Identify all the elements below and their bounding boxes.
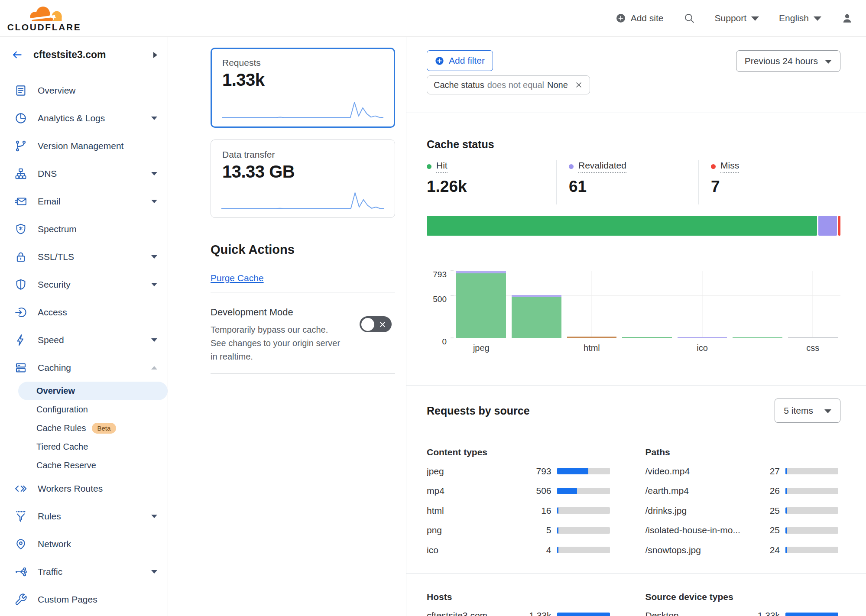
- dev-mode-toggle[interactable]: [360, 316, 392, 332]
- chart-bar: [622, 337, 672, 338]
- pie-chart-icon: [14, 112, 27, 125]
- add-filter-button[interactable]: Add filter: [427, 50, 493, 71]
- beta-badge: Beta: [92, 423, 117, 434]
- usage-row-value: 1.33k: [520, 610, 551, 616]
- sidebar-subitem-configuration[interactable]: Configuration: [18, 400, 168, 419]
- stat-value: 61: [569, 178, 698, 196]
- search-icon[interactable]: [684, 13, 695, 24]
- plus-circle-icon: [616, 13, 626, 23]
- usage-row-bar: [785, 507, 838, 514]
- usage-row: /drinks.jpg 25: [645, 501, 839, 521]
- close-icon[interactable]: [574, 81, 583, 89]
- chart-plot: [454, 271, 840, 338]
- data-transfer-metric-card[interactable]: Data transfer 13.33 GB: [211, 139, 395, 218]
- chevron-down-icon: [151, 172, 157, 175]
- add-site-label: Add site: [631, 13, 664, 23]
- cache-status-stats: Hit 1.26k Revalidated 61 Miss: [427, 160, 840, 204]
- usage-row-label: /drinks.jpg: [645, 506, 749, 516]
- sidebar-item-label: DNS: [38, 169, 141, 179]
- group-title: Content types: [427, 447, 610, 457]
- language-label: English: [779, 13, 809, 23]
- server-stack-icon: [14, 361, 27, 374]
- sidebar-item-traffic[interactable]: Traffic: [0, 558, 168, 586]
- sidebar-item-label: Workers Routes: [38, 483, 157, 494]
- chart-x-axis: jpeghtmlicocss: [454, 343, 840, 355]
- usage-row: cftestsite3.com 1.33k: [427, 606, 610, 616]
- chart-bar-segment: [788, 337, 838, 338]
- filter-chip[interactable]: Cache status does not equal None: [427, 75, 590, 94]
- usage-row-value: 506: [520, 486, 551, 496]
- chart-bar: [567, 337, 617, 338]
- usage-row: /isolated-house-in-mo... 25: [645, 521, 839, 541]
- analytics-panel: Add filter Previous 24 hours Cache statu…: [406, 37, 866, 616]
- usage-row-bar-fill: [785, 488, 787, 494]
- site-header: cftestsite3.com: [0, 37, 168, 73]
- language-menu[interactable]: English: [779, 13, 821, 23]
- top-header: CLOUDFLARE Add site Support English: [0, 0, 866, 37]
- sidebar-item-spectrum[interactable]: Spectrum: [0, 215, 168, 243]
- chevron-down-icon: [814, 16, 821, 21]
- usage-row-label: /isolated-house-in-mo...: [645, 525, 749, 535]
- lock-icon: [14, 250, 27, 263]
- source-device-types-group: Source device types Desktop 1.33k: [634, 586, 841, 616]
- chevron-down-icon: [151, 200, 157, 203]
- development-mode-section: Development Mode Temporarily bypass our …: [211, 307, 395, 364]
- sidebar-subitem-caching-overview[interactable]: Overview: [18, 382, 168, 400]
- sidebar-item-workers-routes[interactable]: Workers Routes: [0, 475, 168, 503]
- sidebar-item-custom-pages[interactable]: Custom Pages: [0, 586, 168, 613]
- sidebar-item-label: Version Management: [38, 141, 157, 151]
- requests-metric-card[interactable]: Requests 1.33k: [211, 48, 395, 128]
- subitem-label: Overview: [36, 386, 75, 396]
- sidebar-item-label: Email: [38, 196, 141, 207]
- chevron-right-icon[interactable]: [153, 52, 157, 58]
- sidebar-item-ssl-tls[interactable]: SSL/TLS: [0, 243, 168, 271]
- group-title: Source device types: [645, 592, 839, 602]
- stat-label[interactable]: Hit: [436, 160, 448, 173]
- chart-bar-segment: [567, 337, 617, 338]
- usage-row-label: jpeg: [427, 466, 520, 477]
- usage-row-bar-fill: [557, 468, 589, 474]
- data-transfer-sparkline: [221, 189, 384, 211]
- usage-row: /snowtops.jpg 24: [645, 540, 839, 560]
- usage-row-bar: [785, 468, 838, 474]
- sidebar-item-label: Speed: [38, 335, 141, 345]
- site-name: cftestsite3.com: [33, 49, 143, 61]
- sidebar-item-label: Network: [38, 539, 157, 549]
- traffic-split-icon: [14, 565, 27, 578]
- stat-label[interactable]: Miss: [720, 160, 739, 173]
- sidebar-item-version-management[interactable]: Version Management: [0, 132, 168, 160]
- sidebar-item-overview[interactable]: Overview: [0, 77, 168, 104]
- sidebar-item-analytics-logs[interactable]: Analytics & Logs: [0, 104, 168, 132]
- add-site-button[interactable]: Add site: [616, 13, 664, 23]
- sidebar-item-label: Traffic: [38, 567, 141, 577]
- sidebar-item-speed[interactable]: Speed: [0, 326, 168, 354]
- back-arrow-icon[interactable]: [11, 49, 23, 61]
- sidebar-subitem-cache-reserve[interactable]: Cache Reserve: [18, 456, 168, 475]
- sidebar-item-email[interactable]: Email: [0, 188, 168, 215]
- sidebar-item-security[interactable]: Security: [0, 271, 168, 298]
- divider: [406, 385, 866, 386]
- items-count-dropdown[interactable]: 5 items: [775, 399, 840, 423]
- sidebar-item-access[interactable]: Access: [0, 298, 168, 326]
- usage-row: png 5: [427, 521, 610, 541]
- usage-row: /video.mp4 27: [645, 461, 839, 481]
- sidebar-subitem-tiered-cache[interactable]: Tiered Cache: [18, 438, 168, 456]
- sidebar-item-network[interactable]: Network: [0, 530, 168, 558]
- stat-label[interactable]: Revalidated: [578, 160, 626, 173]
- usage-row-bar: [557, 468, 610, 474]
- requests-by-source-header: Requests by source 5 items: [427, 399, 840, 423]
- user-icon[interactable]: [841, 13, 853, 24]
- stacked-bar-segment: [427, 216, 817, 236]
- purge-cache-link[interactable]: Purge Cache: [211, 273, 264, 283]
- group-title: Paths: [645, 447, 839, 457]
- sidebar-subitem-cache-rules[interactable]: Cache Rules Beta: [18, 419, 168, 438]
- hosts-groups-grid: Hosts cftestsite3.com 1.33k Source devic…: [427, 586, 840, 616]
- filter-chip-row: Cache status does not equal None: [427, 75, 840, 94]
- usage-row-value: 26: [749, 486, 780, 496]
- sidebar-item-caching[interactable]: Caching: [0, 354, 168, 382]
- sidebar-item-rules[interactable]: Rules: [0, 503, 168, 530]
- support-menu[interactable]: Support: [715, 13, 759, 23]
- sidebar-item-dns[interactable]: DNS: [0, 160, 168, 188]
- time-range-dropdown[interactable]: Previous 24 hours: [736, 50, 840, 72]
- usage-row-bar-fill: [557, 547, 558, 553]
